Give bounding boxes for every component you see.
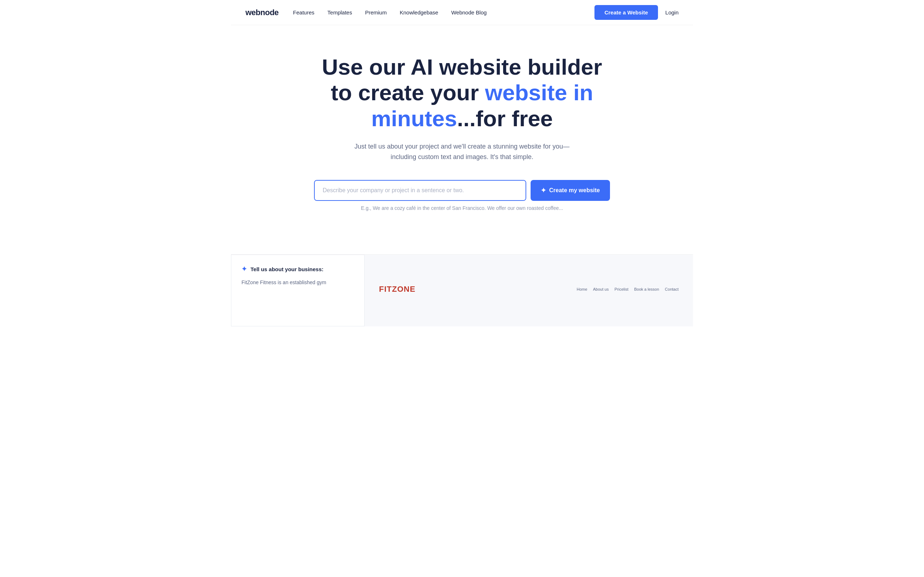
preview-left-body: FitZone Fitness is an established gym — [241, 279, 354, 286]
mockup-nav-contact: Contact — [665, 287, 678, 292]
mockup-nav-home: Home — [577, 287, 587, 292]
nav-templates[interactable]: Templates — [327, 10, 352, 16]
hero-subtext: Just tell us about your project and we'l… — [347, 141, 577, 162]
header-left: webnode Features Templates Premium Knowl… — [246, 8, 486, 17]
main-nav: Features Templates Premium Knowledgebase… — [293, 10, 487, 16]
hero-section: Use our AI website builder to create you… — [231, 25, 693, 226]
login-button[interactable]: Login — [665, 10, 678, 16]
mockup-nav-book: Book a lesson — [634, 287, 659, 292]
mockup-nav: FITZONE Home About us Pricelist Book a l… — [379, 285, 678, 294]
describe-input[interactable] — [315, 181, 525, 200]
mockup-nav-pricelist: Pricelist — [614, 287, 628, 292]
header-right: Create a Website Login — [594, 5, 678, 20]
input-row: ✦ Create my website — [314, 180, 610, 201]
logo[interactable]: webnode — [246, 8, 279, 17]
create-my-website-label: Create my website — [549, 187, 600, 193]
preview-sparkle-icon: ✦ — [241, 265, 247, 273]
header: webnode Features Templates Premium Knowl… — [231, 0, 693, 25]
describe-input-wrapper — [314, 180, 526, 201]
preview-right-panel: FITZONE Home About us Pricelist Book a l… — [365, 255, 693, 326]
preview-left-title: ✦ Tell us about your business: — [241, 265, 354, 273]
mockup-nav-about: About us — [593, 287, 609, 292]
fitzone-mockup: FITZONE Home About us Pricelist Book a l… — [379, 285, 678, 297]
create-my-website-button[interactable]: ✦ Create my website — [531, 180, 610, 201]
headline-part2: ...for free — [457, 106, 552, 131]
input-hint: E.g., We are a cozy café in the center o… — [246, 205, 678, 211]
nav-premium[interactable]: Premium — [365, 10, 386, 16]
create-a-website-button[interactable]: Create a Website — [594, 5, 658, 20]
fitzone-logo: FITZONE — [379, 285, 415, 294]
nav-blog[interactable]: Webnode Blog — [451, 10, 486, 16]
nav-features[interactable]: Features — [293, 10, 314, 16]
bottom-preview: ✦ Tell us about your business: FitZone F… — [231, 254, 693, 326]
sparkle-icon: ✦ — [541, 187, 546, 194]
mockup-nav-links: Home About us Pricelist Book a lesson Co… — [577, 287, 678, 292]
nav-knowledgebase[interactable]: Knowledgebase — [399, 10, 438, 16]
preview-left-title-text: Tell us about your business: — [250, 266, 323, 272]
hero-headline: Use our AI website builder to create you… — [321, 54, 603, 131]
preview-left-panel: ✦ Tell us about your business: FitZone F… — [231, 255, 365, 326]
